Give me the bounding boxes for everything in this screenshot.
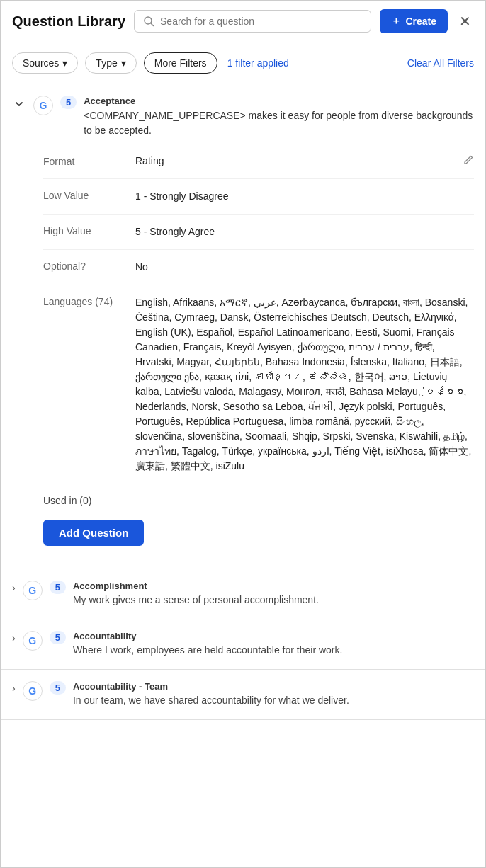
chevron-right-icon: › <box>12 582 16 593</box>
languages-row: Languages (74) English, Afrikaans, አማርኛ,… <box>43 285 474 484</box>
format-label: Format <box>43 155 121 167</box>
detail-section: Format Rating Low Value 1 - Strongly Dis… <box>1 144 485 569</box>
count-badge: 5 <box>50 581 66 594</box>
source-icon: G <box>23 631 43 651</box>
expanded-question-header: G 5 Acceptance <COMPANY_NAME_UPPERCASE> … <box>1 84 485 144</box>
optional-row: Optional? No <box>43 250 474 285</box>
count-badge: 5 <box>50 631 66 644</box>
languages-value: English, Afrikaans, አማርኛ, عربي, Azərbayc… <box>135 295 474 474</box>
edit-format-button[interactable] <box>463 154 474 169</box>
question-category: Acceptance <box>84 96 474 106</box>
low-value: 1 - Strongly Disagree <box>135 189 474 204</box>
type-filter-button[interactable]: Type ▾ <box>85 52 136 74</box>
search-icon <box>143 16 154 27</box>
plus-icon: ＋ <box>391 15 401 28</box>
question-text: In our team, we have shared accountabili… <box>73 693 474 708</box>
page-title: Question Library <box>12 13 125 30</box>
clear-all-filters-button[interactable]: Clear All Filters <box>407 57 474 69</box>
question-category: Accountability - Team <box>73 681 474 692</box>
low-value-label: Low Value <box>43 189 121 201</box>
collapsed-question[interactable]: › G 5 Accountability Where I work, emplo… <box>1 619 485 670</box>
pencil-icon <box>463 154 474 166</box>
format-row: Format Rating <box>43 144 474 179</box>
question-text: My work gives me a sense of personal acc… <box>73 593 474 607</box>
questions-list: › G 5 Accomplishment My work gives me a … <box>1 569 485 720</box>
source-icon: G <box>23 681 43 701</box>
format-value: Rating <box>135 154 448 169</box>
close-button[interactable]: ✕ <box>456 11 474 31</box>
svg-line-1 <box>151 23 154 26</box>
source-icon: G <box>23 581 43 600</box>
high-value-row: High Value 5 - Strongly Agree <box>43 215 474 250</box>
filter-bar: Sources ▾ Type ▾ More Filters 1 filter a… <box>1 42 485 84</box>
sources-filter-button[interactable]: Sources ▾ <box>12 52 78 74</box>
count-badge: 5 <box>50 681 66 695</box>
collapse-button[interactable] <box>12 97 26 113</box>
question-category: Accomplishment <box>73 581 474 591</box>
question-text: <COMPANY_NAME_UPPERCASE> makes it easy f… <box>84 108 474 138</box>
question-category: Accountability <box>73 631 474 641</box>
optional-label: Optional? <box>43 260 121 272</box>
source-icon: G <box>33 96 53 115</box>
chevron-right-icon: › <box>12 683 16 694</box>
question-text: Where I work, employees are held account… <box>73 643 474 658</box>
more-filters-button[interactable]: More Filters <box>144 52 217 74</box>
expanded-question: G 5 Acceptance <COMPANY_NAME_UPPERCASE> … <box>1 84 485 569</box>
high-value: 5 - Strongly Agree <box>135 224 474 239</box>
search-bar[interactable] <box>134 10 371 33</box>
collapsed-question[interactable]: › G 5 Accomplishment My work gives me a … <box>1 569 485 619</box>
high-value-label: High Value <box>43 224 121 236</box>
header: Question Library ＋ Create ✕ <box>1 1 485 42</box>
languages-label: Languages (74) <box>43 295 121 307</box>
create-button[interactable]: ＋ Create <box>380 9 448 33</box>
count-badge: 5 <box>60 96 77 109</box>
add-question-button[interactable]: Add Question <box>43 520 144 546</box>
used-in-row: Used in (0) <box>43 484 474 513</box>
chevron-down-icon: ▾ <box>62 57 67 69</box>
collapsed-question[interactable]: › G 5 Accountability - Team In our team,… <box>1 670 485 720</box>
low-value-row: Low Value 1 - Strongly Disagree <box>43 179 474 215</box>
chevron-down-icon: ▾ <box>121 57 126 69</box>
chevron-down-icon <box>13 98 25 110</box>
search-input[interactable] <box>160 16 362 27</box>
chevron-right-icon: › <box>12 632 16 644</box>
used-in-label: Used in (0) <box>43 494 91 506</box>
optional-value: No <box>135 260 474 275</box>
filter-applied-label: 1 filter applied <box>227 57 289 69</box>
